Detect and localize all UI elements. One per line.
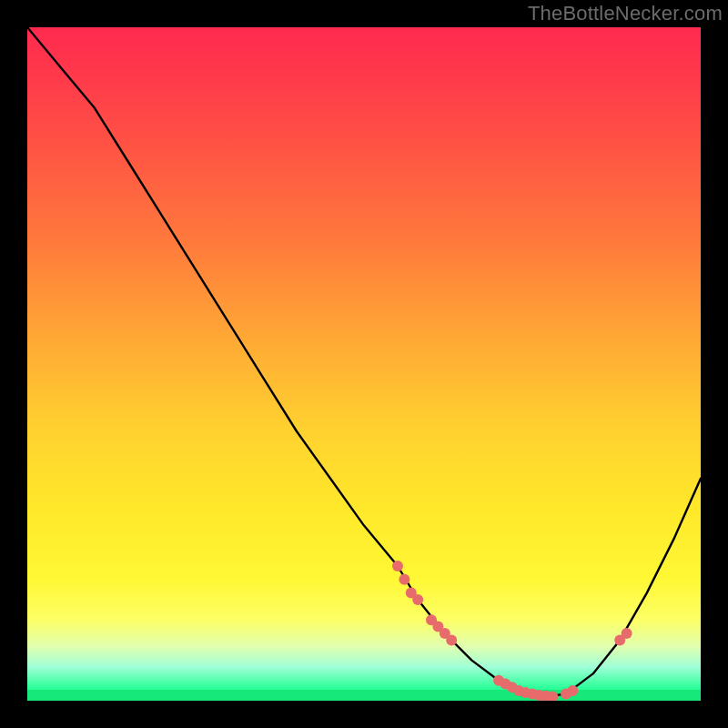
highlight-markers [392,561,632,701]
plot-area [27,27,701,701]
watermark-text: TheBottleNecker.com [528,2,723,25]
chart-frame: TheBottleNecker.com [0,0,728,728]
curve-layer [27,27,701,701]
marker-dot [446,634,457,645]
marker-dot [567,685,578,696]
bottleneck-curve [27,27,701,697]
marker-dot [399,574,410,585]
marker-dot [622,628,632,639]
marker-dot [392,561,403,571]
marker-dot [412,594,423,605]
